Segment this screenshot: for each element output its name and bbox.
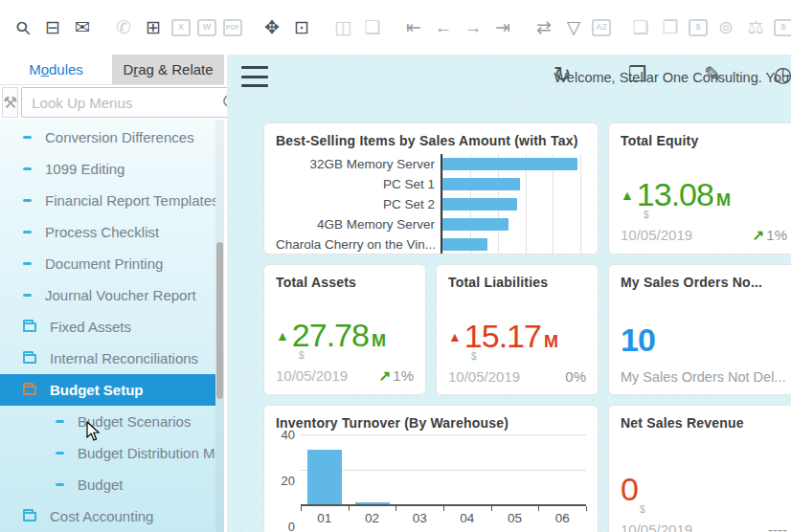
card-my-sales-orders[interactable]: My Sales Orders No... 10 My Sales Orders… [608,264,791,395]
card-title: Inventory Turnover (By Warehouse) [276,415,586,431]
sidebar-item-label: Journal Voucher Report [45,287,196,303]
sidebar-item-budget[interactable]: Budget [0,469,215,500]
sidebar-item-budget-setup[interactable]: Budget Setup [0,374,215,406]
kpi-value: ▲27.78M $ [276,319,414,351]
x-tick-label: 03 [396,511,443,526]
sidebar-item-label: Fixed Assets [50,319,131,335]
kpi-percent: ↗1% [753,227,787,244]
lock-screen-icon[interactable]: ⊡ [290,16,313,39]
currency-symbol: $ [471,352,477,362]
sidebar-item-1099-editing[interactable]: 1099 Editing [0,153,215,185]
sidebar-scrollbar-thumb[interactable] [216,242,223,399]
bar-label: Charola Cherry on the Vin... [276,234,441,255]
sidebar-item-label: Cost Accounting [50,508,153,524]
hamburger-menu-icon[interactable] [241,66,268,87]
x-tick-label: 05 [491,511,539,526]
document-in-icon[interactable]: ❏ [629,16,652,39]
sidebar-item-budget-distribution-meth[interactable]: Budget Distribution Meth [0,437,215,469]
folder-icon [23,354,36,364]
filter-icon[interactable]: ▽ [562,16,585,39]
card-total-liabilities[interactable]: Total Liabilities ▲15.17M $ 10/05/2019 0… [436,264,599,395]
sidebar-item-process-checklist[interactable]: Process Checklist [0,216,215,248]
sidebar-item-label: Conversion Differences [45,129,194,145]
sidebar-item-label: Budget Distribution Meth [78,445,215,461]
dash-icon [56,420,64,423]
open-window-icon[interactable]: ❐ [628,62,647,87]
print-icon[interactable]: ⊟ [41,16,64,39]
dash-icon [56,483,64,486]
sidebar-scrollbar[interactable] [215,120,224,532]
sidebar-item-label: Process Checklist [45,224,159,240]
journal-entry-icon[interactable]: ⚖ [744,16,767,39]
previous-record-icon[interactable]: ← [432,16,455,39]
bar [355,502,390,504]
sidebar: Modules Drag & Relate ⚒ Conversion Diffe… [0,55,227,532]
currency-symbol: $ [644,211,649,220]
sidebar-item-budget-scenarios[interactable]: Budget Scenarios [0,406,215,437]
kpi-value: ▲13.08M $ [621,178,787,211]
sidebar-item-fixed-assets[interactable]: Fixed Assets [0,311,215,343]
sidebar-item-label: Document Printing [45,255,163,272]
first-record-icon[interactable]: ⇤ [402,16,425,39]
last-record-icon[interactable]: ⇥ [491,16,514,39]
refresh-dashboard-icon[interactable]: ↻ [554,62,571,87]
find-icon[interactable]: ◫ [331,16,354,39]
kpi-date: 10/05/2019 [621,521,692,532]
edit-dashboard-icon[interactable]: ✎ [704,62,721,87]
settings-button[interactable]: ⚒ [2,87,18,118]
kpi-value: ▲15.17M $ [448,320,586,352]
best-selling-chart: 32GB Memory ServerPC Set 1PC Set 24GB Me… [276,154,586,255]
main-toolbar: ⚲⊟✉✆⊞XWPDF✥⊡◫❏⇤←→⇥⇄▽AZ❏❐$⊚⚖$⚲✎❑ [0,0,791,55]
document-currency-icon[interactable]: $ [774,19,791,36]
kpi-date: 10/05/2019 [448,368,520,385]
card-best-selling-items[interactable]: Best-Selling Items by Sales Amount (with… [263,122,599,255]
add-record-icon[interactable]: ❏ [361,16,384,39]
export-word-icon[interactable]: W [197,19,216,36]
find-document-icon[interactable]: ⚲ [7,11,39,44]
bar-label: PC Set 2 [276,194,441,214]
card-total-equity[interactable]: Total Equity ▲13.08M $ 10/05/2019 ↗1% [608,122,791,255]
card-net-sales-revenue[interactable]: Net Sales Revenue 0 $ 10/05/2019 ---- [608,405,791,532]
bar [442,238,487,251]
bar [307,450,342,504]
payment-icon[interactable]: ⊚ [714,16,737,39]
sidebar-item-label: 1099 Editing [45,161,124,177]
dash-icon [23,231,32,233]
refresh-icon[interactable]: ⇄ [532,16,555,39]
folder-icon [23,386,36,395]
sidebar-item-label: Budget Setup [50,382,144,398]
sms-icon[interactable]: ✆ [112,16,135,39]
card-total-assets[interactable]: Total Assets ▲27.78M $ 10/05/2019 ↗1% [263,264,426,395]
card-title: Total Liabilities [448,275,586,290]
clock-icon[interactable]: ◷ [774,62,791,87]
fax-icon[interactable]: ⊞ [142,16,165,39]
folder-icon [23,322,36,332]
export-pdf-icon[interactable]: PDF [223,19,242,36]
tab-drag-relate[interactable]: Drag & Relate [112,55,224,84]
kpi-value: 0 $ [621,473,787,505]
modules-menu: Conversion Differences1099 EditingFinanc… [0,120,224,532]
dash-icon [23,294,32,297]
kpi-date: 10/05/2019 [276,367,348,384]
export-excel-icon[interactable]: X [171,19,191,36]
sidebar-item-journal-voucher-report[interactable]: Journal Voucher Report [0,279,215,311]
x-axis-labels: 010203040506 [301,511,586,526]
card-title: My Sales Orders No... [621,275,787,290]
next-record-icon[interactable]: → [462,16,485,39]
bar [442,218,508,231]
sidebar-item-cost-accounting[interactable]: Cost Accounting [0,500,215,532]
sidebar-item-document-printing[interactable]: Document Printing [0,248,215,279]
tab-modules[interactable]: Modules [0,55,112,84]
document-out-icon[interactable]: ❐ [659,16,682,39]
payment-means-icon[interactable]: $ [689,19,708,36]
card-inventory-turnover[interactable]: Inventory Turnover (By Warehouse) 02040 … [263,405,599,532]
move-icon[interactable]: ✥ [260,16,283,39]
sort-icon[interactable]: AZ [592,19,611,36]
bar-label: PC Set 1 [276,174,441,194]
menu-search-input[interactable] [32,95,222,111]
sidebar-item-conversion-differences[interactable]: Conversion Differences [0,122,215,153]
email-icon[interactable]: ✉ [71,16,94,39]
sidebar-item-financial-report-templates[interactable]: Financial Report Templates [0,185,215,216]
sidebar-item-internal-reconciliations[interactable]: Internal Reconciliations [0,343,215,374]
kpi-value: 10 [621,323,787,356]
